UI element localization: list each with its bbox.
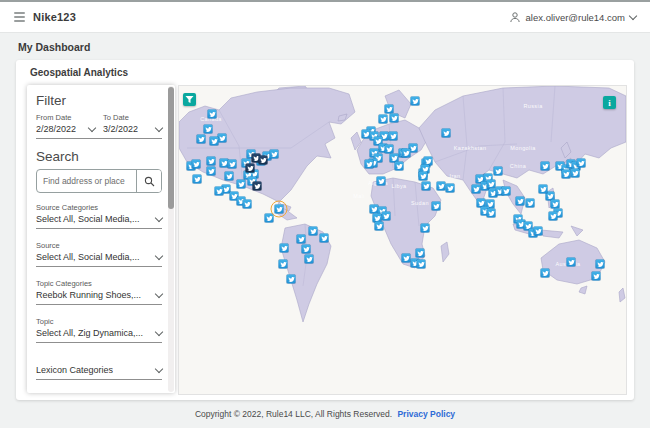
map-marker-twitter[interactable] [207, 167, 216, 176]
map-marker-twitter[interactable] [208, 110, 217, 119]
twitter-bird-icon [365, 160, 373, 168]
map-marker-twitter[interactable] [197, 135, 206, 144]
map-marker-twitter[interactable] [204, 125, 213, 134]
map-marker-twitter[interactable] [541, 162, 550, 171]
map-marker-twitter[interactable] [215, 187, 224, 196]
map-marker-twitter[interactable] [365, 160, 374, 169]
map-marker-twitter[interactable] [596, 260, 605, 269]
divider [36, 304, 162, 305]
map-marker-twitter[interactable] [246, 164, 255, 173]
map-marker-twitter[interactable] [526, 199, 535, 208]
field-value: Reebok Running Shoes,... [36, 290, 141, 300]
search-button[interactable] [136, 170, 161, 192]
map-filter-button[interactable] [183, 93, 196, 106]
map-marker-twitter[interactable] [279, 260, 288, 269]
map-marker-twitter[interactable] [237, 180, 246, 189]
map-marker-twitter[interactable] [375, 222, 384, 231]
map-marker-twitter[interactable] [207, 157, 216, 166]
map-marker-twitter[interactable] [377, 177, 386, 186]
map-marker-twitter[interactable] [421, 224, 430, 233]
to-date-select[interactable]: To Date 3/2/2022 [103, 113, 162, 134]
twitter-bird-icon [215, 187, 223, 195]
divider [36, 228, 162, 229]
filter-field-topic[interactable]: TopicSelect All, Zig Dynamica,... [36, 317, 162, 343]
map-marker-twitter[interactable] [541, 269, 550, 278]
twitter-bird-icon [218, 134, 226, 142]
map-marker-twitter[interactable] [390, 114, 399, 123]
map-marker-twitter[interactable] [302, 245, 311, 254]
map-marker-twitter[interactable] [562, 170, 571, 179]
map-marker-twitter[interactable] [442, 129, 451, 138]
map-marker-twitter[interactable] [487, 180, 496, 189]
map-marker-twitter[interactable] [577, 159, 586, 168]
twitter-bird-icon [442, 129, 450, 137]
twitter-bird-icon [207, 167, 215, 175]
filter-field-source[interactable]: SourceSelect All, Social Media,... [36, 241, 162, 267]
map-marker-twitter[interactable] [549, 212, 558, 221]
map-marker-twitter[interactable] [385, 145, 394, 154]
twitter-bird-icon [446, 184, 454, 192]
twitter-bird-icon [207, 157, 215, 165]
map-marker-twitter[interactable] [265, 214, 274, 223]
map-marker-twitter[interactable] [253, 182, 262, 191]
map-marker-twitter[interactable] [402, 149, 411, 158]
map-marker-twitter[interactable] [243, 200, 252, 209]
map-marker-twitter[interactable] [280, 244, 289, 253]
map-info-button[interactable]: i [603, 96, 616, 109]
map-marker-twitter[interactable] [385, 105, 394, 114]
hamburger-menu-icon[interactable] [14, 12, 25, 22]
map-marker-twitter[interactable] [539, 185, 548, 194]
map-marker-twitter[interactable] [494, 167, 503, 176]
user-menu[interactable]: alex.oliver@rule14.com [509, 11, 636, 23]
map-marker-twitter[interactable] [228, 160, 237, 169]
map-marker-twitter[interactable] [446, 184, 455, 193]
filter-field-source-categories[interactable]: Source CategoriesSelect All, Social Medi… [36, 203, 162, 229]
map-marker-twitter[interactable] [592, 272, 601, 281]
map-marker-twitter[interactable] [417, 260, 426, 269]
map-marker-twitter[interactable] [193, 175, 202, 184]
search-heading: Search [36, 149, 162, 164]
map-marker-twitter[interactable] [516, 197, 525, 206]
map-marker-twitter[interactable] [389, 132, 398, 141]
geospatial-map[interactable]: CanadaRussiaKazakhstanMongoliaChinaIranA… [178, 85, 627, 395]
map-marker-twitter[interactable] [534, 227, 543, 236]
panel-scrollbar-thumb[interactable] [168, 87, 174, 209]
map-marker-twitter[interactable] [395, 162, 404, 171]
map-marker-twitter[interactable] [432, 202, 441, 211]
map-marker-twitter[interactable] [422, 182, 431, 191]
map-marker-twitter[interactable] [287, 275, 296, 284]
map-marker-twitter[interactable] [416, 249, 425, 258]
map-marker-twitter[interactable] [487, 209, 496, 218]
map-marker-twitter[interactable] [320, 234, 329, 243]
filter-field-lexicon-categories[interactable]: Lexicon Categories [36, 365, 162, 380]
map-marker-twitter[interactable] [419, 172, 428, 181]
map-marker-twitter[interactable] [259, 156, 268, 165]
map-marker-twitter[interactable] [297, 235, 306, 244]
map-marker-twitter[interactable] [567, 258, 576, 267]
map-marker-twitter[interactable] [411, 97, 420, 106]
map-marker-twitter[interactable] [225, 172, 234, 181]
map-marker-twitter[interactable] [382, 212, 391, 221]
map-marker-twitter[interactable] [218, 134, 227, 143]
search-input[interactable] [37, 170, 136, 192]
map-marker-twitter[interactable] [571, 169, 580, 178]
filter-field-topic-categories[interactable]: Topic CategoriesReebok Running Shoes,... [36, 279, 162, 305]
chevron-down-icon [155, 289, 163, 297]
map-marker-twitter[interactable] [437, 182, 446, 191]
map-marker-twitter[interactable] [270, 150, 279, 159]
map-marker-twitter[interactable] [309, 227, 318, 236]
map-marker-twitter[interactable] [192, 160, 201, 169]
map-marker-twitter[interactable] [472, 185, 481, 194]
map-marker-twitter[interactable] [551, 200, 560, 209]
map-marker-twitter[interactable] [210, 137, 219, 146]
map-marker-twitter[interactable] [502, 187, 511, 196]
twitter-bird-icon [309, 227, 317, 235]
from-date-select[interactable]: From Date 2/28/2022 [36, 113, 95, 134]
twitter-bird-icon [377, 177, 385, 185]
map-marker-twitter[interactable] [379, 115, 388, 124]
twitter-bird-icon [567, 258, 575, 266]
privacy-policy-link[interactable]: Privacy Policy [397, 409, 455, 419]
map-marker-twitter[interactable] [402, 254, 411, 263]
map-marker-twitter[interactable] [275, 205, 284, 214]
map-marker-twitter[interactable] [305, 255, 314, 264]
